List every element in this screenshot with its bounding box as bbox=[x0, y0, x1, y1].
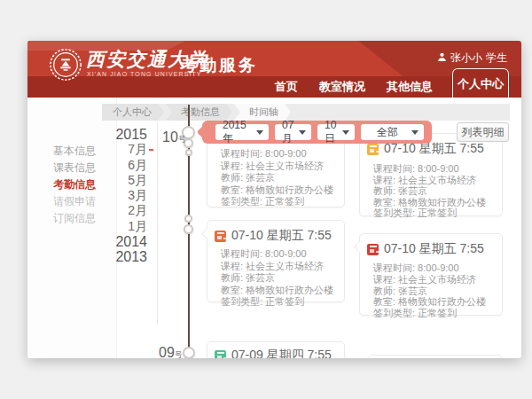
chevron-down-icon bbox=[411, 130, 419, 135]
attendance-card-partial[interactable] bbox=[368, 355, 503, 358]
timeline-node bbox=[184, 224, 193, 234]
axis-2013[interactable]: 2013 bbox=[89, 249, 147, 264]
card-body: 课程时间: 8:00-9:00课程: 社会主义市场经济教师: 张芸京教室: 格物… bbox=[360, 257, 502, 319]
card-field-教师: 教师: 张芸京 bbox=[373, 286, 502, 297]
user-name: 张小小 bbox=[450, 51, 482, 66]
day-number: 09 bbox=[159, 345, 175, 358]
card-title: 07-10 星期五 7:55 bbox=[384, 241, 484, 257]
attendance-card[interactable]: 07-09 星期四 7:55 bbox=[207, 341, 345, 358]
card-body: 课程时间: 8:00-9:00课程: 社会主义市场经济教师: 张芸京教室: 格物… bbox=[360, 157, 502, 219]
timeline-node bbox=[184, 215, 192, 223]
day-marker-top: 10号 bbox=[162, 129, 186, 145]
type-select[interactable]: 全部 bbox=[361, 124, 424, 140]
axis-2015[interactable]: 2015 bbox=[89, 127, 147, 142]
filter-bar: 2015年07月10日全部 bbox=[202, 121, 432, 144]
year-select[interactable]: 2015年 bbox=[215, 124, 269, 140]
card-title: 07-09 星期四 7:55 bbox=[231, 348, 332, 358]
year-month-axis: 20157月6月5月3月2月1月20142013 bbox=[89, 127, 147, 265]
attendance-status-icon bbox=[367, 244, 379, 255]
page-background: 西安交通大学 XI'AN JIAO TONG UNIVERSITY 考勤服务 张… bbox=[0, 0, 532, 399]
axis-5月[interactable]: 5月 bbox=[89, 173, 147, 188]
card-header: 07-10 星期五 7:55 bbox=[207, 221, 344, 244]
timeline-node bbox=[183, 347, 195, 358]
card-field-签到类型: 签到类型: 正常签到 bbox=[221, 196, 344, 208]
card-header: 07-09 星期四 7:55 bbox=[207, 342, 344, 358]
card-title: 07-10 星期五 7:55 bbox=[231, 228, 332, 244]
chevron-down-icon bbox=[299, 130, 306, 135]
attendance-status-icon bbox=[215, 350, 226, 359]
card-field-课程: 课程: 社会主义市场经济 bbox=[221, 261, 344, 273]
attendance-card[interactable]: 07-10 星期五 7:55 课程时间: 8:00-9:00课程: 社会主义市场… bbox=[207, 220, 345, 302]
attendance-card[interactable]: 07-10 星期五 7:55 课程时间: 8:00-9:00课程: 社会主义市场… bbox=[359, 233, 503, 316]
card-field-教师: 教师: 张芸京 bbox=[373, 185, 502, 197]
list-detail-button[interactable]: 列表明细 bbox=[457, 122, 509, 142]
app-title: 考勤服务 bbox=[180, 54, 258, 77]
month-select[interactable]: 07月 bbox=[275, 124, 311, 140]
current-month-tick bbox=[149, 149, 153, 151]
select-value: 07月 bbox=[282, 119, 299, 146]
day-marker-bottom: 09号 bbox=[159, 345, 183, 358]
university-seal-logo bbox=[49, 48, 82, 82]
axis-7月[interactable]: 7月 bbox=[89, 142, 147, 157]
breadcrumb: 个人中心考勤信息时间轴 bbox=[102, 104, 510, 121]
card-field-课程: 课程: 社会主义市场经济 bbox=[373, 274, 502, 286]
day-number: 10 bbox=[162, 129, 178, 145]
app-window: 西安交通大学 XI'AN JIAO TONG UNIVERSITY 考勤服务 张… bbox=[27, 41, 521, 358]
nav-item-home[interactable]: 首页 bbox=[273, 76, 300, 98]
day-suffix: 号 bbox=[175, 350, 183, 358]
user-info[interactable]: 张小小 学生 bbox=[437, 51, 507, 66]
card-field-课程时间: 课程时间: 8:00-9:00 bbox=[221, 148, 344, 160]
card-field-教室: 教室: 格物致知行政办公楼 bbox=[373, 296, 502, 308]
user-role: 学生 bbox=[486, 51, 507, 66]
nav-item-classrooms[interactable]: 教室情况 bbox=[317, 76, 367, 98]
card-field-课程: 课程: 社会主义市场经济 bbox=[373, 175, 502, 186]
day-select[interactable]: 10日 bbox=[317, 124, 355, 140]
day-suffix: 号 bbox=[178, 135, 186, 144]
card-field-签到类型: 签到类型: 正常签到 bbox=[221, 296, 344, 309]
main-nav: 首页教室情况其他信息个人中心 bbox=[273, 68, 509, 98]
axis-6月[interactable]: 6月 bbox=[89, 158, 147, 173]
user-icon bbox=[437, 52, 447, 65]
card-field-课程时间: 课程时间: 8:00-9:00 bbox=[373, 262, 502, 274]
filter-bar-arrow bbox=[197, 126, 209, 138]
select-value: 全部 bbox=[377, 125, 398, 140]
card-field-教师: 教师: 张芸京 bbox=[221, 272, 344, 285]
card-field-教室: 教室: 格物致知行政办公楼 bbox=[373, 197, 502, 208]
card-field-教师: 教师: 张芸京 bbox=[221, 172, 344, 184]
card-field-教室: 教室: 格物致知行政办公楼 bbox=[221, 184, 344, 197]
card-field-课程时间: 课程时间: 8:00-9:00 bbox=[221, 248, 344, 261]
attendance-card[interactable]: 07-10 星期五 7:55 课程时间: 8:00-9:00课程: 社会主义市场… bbox=[359, 133, 503, 216]
axis-2014[interactable]: 2014 bbox=[89, 234, 147, 249]
breadcrumb-personal-center[interactable]: 个人中心 bbox=[102, 104, 164, 121]
card-field-签到类型: 签到类型: 正常签到 bbox=[373, 207, 502, 219]
card-body: 课程时间: 8:00-9:00课程: 社会主义市场经济教师: 张芸京教室: 格物… bbox=[207, 244, 344, 309]
attendance-status-icon bbox=[215, 231, 226, 242]
select-value: 10日 bbox=[325, 119, 342, 146]
axis-1月[interactable]: 1月 bbox=[89, 219, 147, 234]
nav-item-personal-center[interactable]: 个人中心 bbox=[452, 68, 509, 98]
card-field-课程: 课程: 社会主义市场经济 bbox=[221, 160, 344, 173]
card-header: 07-10 星期五 7:55 bbox=[360, 234, 502, 257]
card-field-签到类型: 签到类型: 正常签到 bbox=[373, 308, 502, 319]
card-field-教室: 教室: 格物致知行政办公楼 bbox=[221, 285, 344, 297]
axis-3月[interactable]: 3月 bbox=[89, 188, 147, 203]
timeline-node bbox=[185, 149, 192, 156]
axis-2月[interactable]: 2月 bbox=[89, 203, 147, 218]
attendance-status-icon bbox=[367, 144, 379, 155]
nav-item-other-info[interactable]: 其他信息 bbox=[385, 76, 434, 98]
app-header: 西安交通大学 XI'AN JIAO TONG UNIVERSITY 考勤服务 张… bbox=[27, 41, 521, 98]
chevron-down-icon bbox=[342, 130, 349, 135]
chevron-down-icon bbox=[256, 130, 263, 135]
select-value: 2015年 bbox=[223, 119, 256, 146]
card-field-课程时间: 课程时间: 8:00-9:00 bbox=[373, 163, 502, 175]
axis-separator bbox=[157, 122, 158, 325]
